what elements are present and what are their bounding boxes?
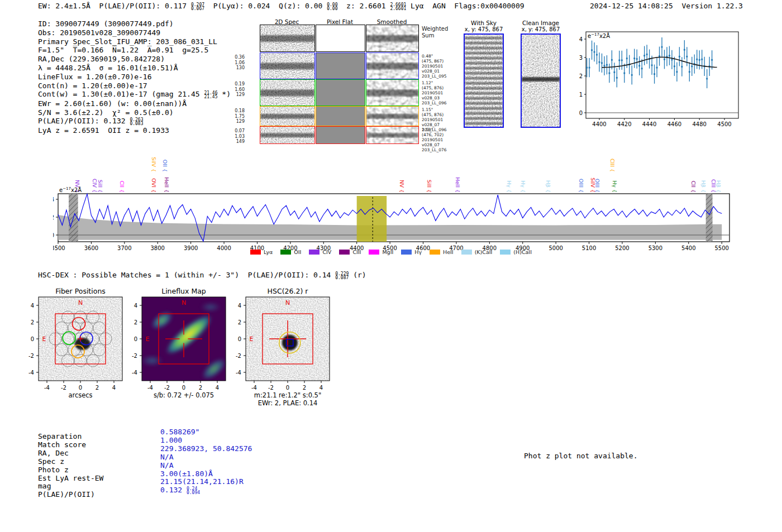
svg-text:0: 0 xyxy=(579,110,583,116)
info-line: RA,Dec (229.369019,50.842728) xyxy=(38,55,231,64)
svg-text:CIII {: CIII { xyxy=(711,179,717,193)
legend-swatch xyxy=(500,250,511,255)
svg-text:E: E xyxy=(250,336,254,343)
match-row-label: RA, Dec xyxy=(38,449,69,457)
svg-text:4: 4 xyxy=(112,385,116,391)
svg-text:-2: -2 xyxy=(61,385,66,391)
svg-text:0: 0 xyxy=(53,232,54,238)
svg-text:N: N xyxy=(182,299,186,306)
match-row-label: Separation xyxy=(38,432,82,440)
svg-text:OIII {: OIII { xyxy=(578,179,584,193)
svg-text:2: 2 xyxy=(134,319,137,325)
legend-item: (K)CaII xyxy=(461,249,493,255)
info-text: λ = 4448.25Å σ = 16.01(±10.51)Å xyxy=(38,64,178,72)
info-line: P(LAE)/P(OII): 0.132 0.2630.083 xyxy=(38,117,231,126)
svg-text:-2: -2 xyxy=(28,353,34,359)
info-text: LyA z = 2.6591 OII z = 0.1933 xyxy=(38,126,169,135)
svg-text:0: 0 xyxy=(79,385,82,391)
svg-text:SiIV {: SiIV { xyxy=(151,157,157,172)
spec2d-cell xyxy=(260,52,315,79)
match-row-value: 0.132 0.240.094 xyxy=(160,486,200,495)
svg-text:4: 4 xyxy=(216,385,219,391)
svg-text:SiII {: SiII { xyxy=(97,180,103,193)
header-stack: 0.000.00 xyxy=(327,3,337,11)
svg-text:4500: 4500 xyxy=(717,121,731,127)
spec2d-cell xyxy=(366,106,419,126)
spec2d-row-left-label: 0.071.03149 xyxy=(232,128,245,145)
clean-image-panel: Clean Imagex, y: 475, 867 xyxy=(521,20,561,128)
svg-text:0: 0 xyxy=(134,336,137,342)
full-spectrum-chart: NV {CIV {SiII {CII {OVI {SiIV {OII {HeII… xyxy=(53,146,732,257)
hsc-dex-match-line: HSC-DEX : Possible Matches = 1 (within +… xyxy=(38,271,366,280)
info-text: Cont(n) = 1.20(±0.00)e-17 xyxy=(38,82,147,90)
info-line: Cont(w) = 1.30(±0.01)e-17 (gmag 21.45 21… xyxy=(38,90,231,99)
svg-text:m:21.1 re:1.2" s:0.5": m:21.1 re:1.2" s:0.5" xyxy=(254,391,321,399)
with-sky-panel-image xyxy=(464,33,504,128)
hsc-r-cutout: HSC(26.2) r-4-4-2-2002244NEm:21.1 re:1.2… xyxy=(222,285,334,409)
spec2d-row xyxy=(259,79,419,105)
svg-text:-4: -4 xyxy=(132,370,137,376)
svg-text:EWr: 2, PLAE: 0.14: EWr: 2, PLAE: 0.14 xyxy=(258,399,318,407)
legend-item: MgII xyxy=(369,249,393,255)
spec2d-row-right-label: 1.12"(475, 876)20190501v028_03203_LL_096 xyxy=(422,80,447,106)
spec2d-row-right-label: 0.48"(475, 867)20190501v028_01203_LL_095 xyxy=(422,54,447,79)
spec2d-cell xyxy=(366,126,419,144)
svg-text:4400: 4400 xyxy=(592,121,606,127)
info-line: F=1.5" T̅=0.166 N̅=1.22 A̅=0.91 g=25.5 xyxy=(38,46,231,55)
svg-text:CIV {: CIV { xyxy=(92,179,98,193)
header-stack: 2.66012.6601 xyxy=(390,3,406,11)
svg-text:4: 4 xyxy=(31,303,34,309)
spec2d-row-left-label: 0.191.60129 xyxy=(232,82,245,98)
svg-text:Hγ {: Hγ { xyxy=(612,180,618,193)
svg-text:OII {: OII { xyxy=(162,160,168,172)
legend-label: Lyα xyxy=(264,249,273,255)
svg-text:2: 2 xyxy=(238,319,241,325)
info-text: S/N = 3.6(±2.2) χ² = 0.5(±0.0) xyxy=(38,108,174,117)
svg-text:4: 4 xyxy=(579,36,583,42)
svg-text:4480: 4480 xyxy=(692,121,706,127)
svg-text:2: 2 xyxy=(199,385,202,391)
svg-text:4460: 4460 xyxy=(667,121,681,127)
info-text: EWr = 2.60(±1.60) (w: 0.00(±nan))Å xyxy=(38,99,187,108)
svg-text:2: 2 xyxy=(303,385,306,391)
match-row-value: 21.15(21.14,21.16)R xyxy=(160,477,244,486)
svg-text:4: 4 xyxy=(53,196,54,203)
legend-item: Lyα xyxy=(250,249,273,255)
clean-image-panel-image xyxy=(521,33,561,128)
svg-text:-4: -4 xyxy=(44,385,50,391)
match-row-label: mag xyxy=(38,482,51,490)
line-fit-chart-svg: 01234440044204440446044804500e−17x2Å xyxy=(578,27,746,133)
svg-text:arcsecs: arcsecs xyxy=(68,391,92,399)
svg-text:4440: 4440 xyxy=(642,121,656,127)
match-row-value: 1.000 xyxy=(160,436,182,444)
svg-text:HSC(26.2) r: HSC(26.2) r xyxy=(268,287,309,295)
info-line: EWr = 2.60(±1.60) (w: 0.00(±nan))Å xyxy=(38,99,231,108)
svg-text:-4: -4 xyxy=(236,370,241,376)
spec2d-row xyxy=(259,106,419,125)
svg-text:HeII {: HeII { xyxy=(164,177,170,193)
svg-text:2: 2 xyxy=(96,385,99,391)
legend-swatch xyxy=(430,250,440,255)
legend-label: HeII xyxy=(443,249,454,255)
svg-text:3: 3 xyxy=(579,55,583,61)
spec2d-cell xyxy=(316,52,365,79)
svg-text:NV {: NV { xyxy=(399,180,405,193)
spec2d-cell xyxy=(316,106,365,126)
clean-image-panel-coords: x, y: 475, 867 xyxy=(521,26,561,32)
header-version: Version 1.22.3 xyxy=(681,2,743,10)
svg-text:Hγ {: Hγ { xyxy=(506,180,512,193)
svg-text:E: E xyxy=(146,336,150,343)
svg-text:-2: -2 xyxy=(132,353,137,359)
legend-label: (H)CaII xyxy=(513,249,532,255)
spec2d-cell xyxy=(260,126,315,144)
svg-text:-2: -2 xyxy=(236,353,241,359)
match-row-label: P(LAE)/P(OII) xyxy=(38,490,95,499)
legend-label: (K)CaII xyxy=(475,249,493,255)
legend-swatch xyxy=(309,250,320,255)
legend-swatch xyxy=(461,250,472,255)
header-text: EW: 2.4±1.5Å P(LAE)/P(OII): 0.117 xyxy=(38,2,191,10)
spec2d-row xyxy=(259,25,419,51)
svg-text:4420: 4420 xyxy=(617,121,631,127)
match-row-label: Est LyA rest-EW xyxy=(38,474,103,482)
header-stack: 0.2070.067 xyxy=(191,3,204,11)
